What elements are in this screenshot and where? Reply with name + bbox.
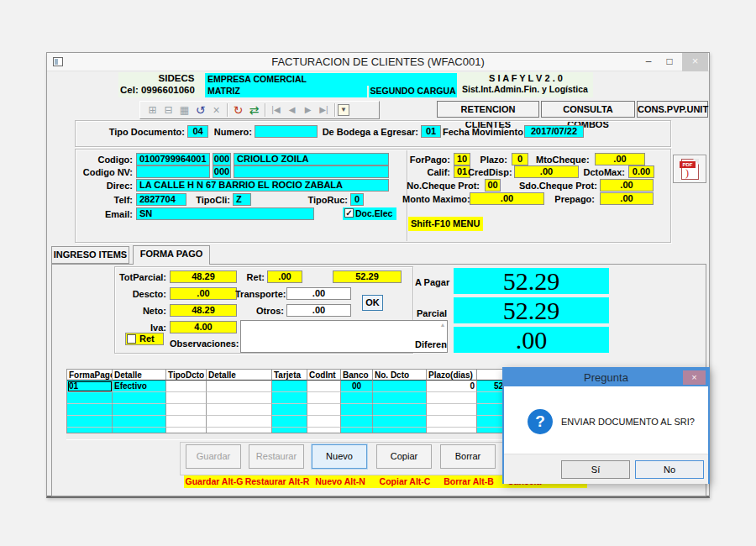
codigo-nv-nombre-field[interactable] — [234, 165, 389, 178]
pdf-button[interactable]: PDF ) — [673, 155, 706, 183]
table-cell[interactable] — [427, 404, 477, 416]
email-field[interactable]: SN — [136, 207, 314, 220]
direccion-field[interactable]: LA CALLE H N 67 BARRIO EL ROCIO ZABALA — [136, 179, 389, 192]
company-phone: Cel: 0996601060 — [120, 84, 195, 97]
table-cell[interactable] — [341, 392, 373, 404]
codigo-nv-sub-field[interactable]: 000 — [213, 165, 231, 178]
tab-ingreso-items[interactable]: INGRESO ITEMS — [51, 246, 129, 264]
delete-record-icon[interactable]: × — [208, 102, 224, 118]
table-cell[interactable] — [166, 416, 207, 428]
consulta-combos-button[interactable]: CONSULTA COMBOS — [541, 101, 635, 118]
doc-elec-checkbox[interactable]: ✓ — [344, 208, 354, 218]
transporte-field[interactable]: .00 — [286, 287, 351, 300]
table-cell[interactable] — [272, 404, 307, 416]
no-button[interactable]: No — [635, 460, 704, 479]
table-cell[interactable] — [427, 392, 477, 404]
nuevo-button[interactable]: Nuevo — [312, 444, 367, 469]
codigo-nv-field[interactable] — [136, 165, 210, 178]
tipo-documento-label: Tipo Documento: — [107, 126, 185, 139]
table-cell[interactable] — [373, 381, 427, 392]
table-cell[interactable] — [113, 392, 166, 404]
totparcial-field[interactable]: 48.29 — [170, 270, 237, 283]
table-cell[interactable] — [373, 404, 427, 416]
mtocheque-field[interactable]: .00 — [595, 153, 645, 165]
plazo-field[interactable]: 0 — [512, 153, 528, 165]
table-cell[interactable] — [113, 404, 166, 416]
forpago-field[interactable]: 10 — [454, 153, 470, 165]
table-cell[interactable] — [373, 416, 427, 428]
table-cell[interactable] — [427, 416, 477, 428]
table-cell[interactable] — [166, 381, 207, 392]
table-cell[interactable] — [207, 392, 272, 404]
table-cell[interactable] — [272, 381, 307, 392]
creddisp-field[interactable]: .00 — [514, 165, 579, 178]
nav-next-icon[interactable]: ▶ — [300, 102, 316, 118]
table-cell[interactable] — [67, 416, 113, 428]
remove-record-icon[interactable]: ⊟ — [160, 102, 176, 118]
table-cell[interactable] — [307, 404, 341, 416]
table-hscrollbar[interactable] — [66, 433, 548, 440]
table-cell[interactable] — [307, 416, 341, 428]
dialog-close-icon[interactable]: × — [683, 370, 706, 385]
codigo-sub-field[interactable]: 000 — [213, 153, 231, 165]
table-cell[interactable] — [307, 381, 341, 392]
table-cell[interactable] — [373, 392, 427, 404]
table-cell[interactable] — [166, 404, 207, 416]
codigo-field[interactable]: 0100799964001 — [136, 153, 210, 165]
db-send-icon[interactable]: ⇄ — [246, 102, 262, 118]
dctomax-field[interactable]: 0.00 — [628, 165, 654, 178]
telefono-field[interactable]: 2827704 — [136, 193, 186, 206]
bodega-field[interactable]: 01 — [421, 125, 441, 138]
db-refresh-icon[interactable]: ↻ — [230, 102, 246, 118]
tipocli-field[interactable]: Z — [233, 193, 251, 206]
table-cell[interactable] — [272, 416, 307, 428]
si-button[interactable]: Sí — [561, 460, 630, 479]
descto-field[interactable]: .00 — [170, 287, 237, 300]
table-cell[interactable] — [272, 392, 307, 404]
table-cell[interactable] — [113, 416, 166, 428]
monto-field[interactable]: .00 — [470, 192, 544, 205]
numero-field[interactable] — [255, 125, 318, 138]
nav-prev-icon[interactable]: ◀ — [284, 102, 300, 118]
table-cell[interactable]: Efectivo — [113, 381, 166, 392]
ret-field[interactable]: .00 — [267, 270, 302, 283]
borrar-button[interactable]: Borrar — [440, 444, 496, 469]
fecha-field[interactable]: 2017/07/22 — [524, 125, 584, 138]
tiporuc-field[interactable]: 0 — [350, 193, 364, 206]
table-cell[interactable]: 00 — [341, 381, 373, 392]
retencion-clientes-button[interactable]: RETENCION CLIENTES — [437, 101, 539, 118]
minimize-icon[interactable]: – — [638, 53, 659, 71]
save-record-icon[interactable]: ▦ — [176, 102, 192, 118]
cliente-nombre-field[interactable]: CRIOLLO ZOILA — [234, 153, 389, 165]
tipo-documento-field[interactable]: 04 — [187, 125, 208, 138]
ok-button[interactable]: OK — [362, 295, 383, 311]
prepago-field[interactable]: .00 — [600, 192, 654, 205]
table-cell[interactable]: 0 — [427, 381, 477, 392]
nav-first-icon[interactable]: |◀ — [268, 102, 284, 118]
maximize-icon[interactable]: □ — [659, 53, 680, 71]
add-record-icon[interactable]: ⊞ — [144, 102, 160, 118]
tab-forma-pago[interactable]: FORMA PAGO — [133, 245, 210, 265]
filter-icon[interactable]: ▼ — [338, 104, 349, 116]
nocheque-field[interactable]: 00 — [485, 179, 501, 192]
table-cell[interactable] — [166, 392, 207, 404]
cons-pvp-unit-button[interactable]: CONS.PVP.UNIT — [637, 101, 708, 118]
table-cell[interactable] — [341, 416, 373, 428]
otros-field[interactable]: .00 — [286, 304, 351, 317]
table-cell[interactable] — [207, 381, 272, 392]
table-cell[interactable] — [67, 404, 113, 416]
copiar-button[interactable]: Copiar — [376, 444, 432, 469]
hotkey-borrar: Borrar Alt-B — [438, 476, 499, 486]
table-cell[interactable] — [341, 404, 373, 416]
close-icon[interactable]: × — [682, 53, 708, 71]
sdocheque-field[interactable]: .00 — [600, 179, 654, 192]
nav-last-icon[interactable]: ▶| — [316, 102, 332, 118]
undo-icon[interactable]: ↺ — [192, 102, 208, 118]
table-cell[interactable] — [207, 404, 272, 416]
ret-checkbox[interactable] — [127, 334, 136, 344]
scroll-up-icon[interactable]: ▲ — [438, 322, 447, 328]
table-cell[interactable] — [67, 392, 113, 404]
table-cell[interactable]: 01 — [67, 381, 113, 392]
table-cell[interactable] — [207, 416, 272, 428]
table-cell[interactable] — [307, 392, 341, 404]
